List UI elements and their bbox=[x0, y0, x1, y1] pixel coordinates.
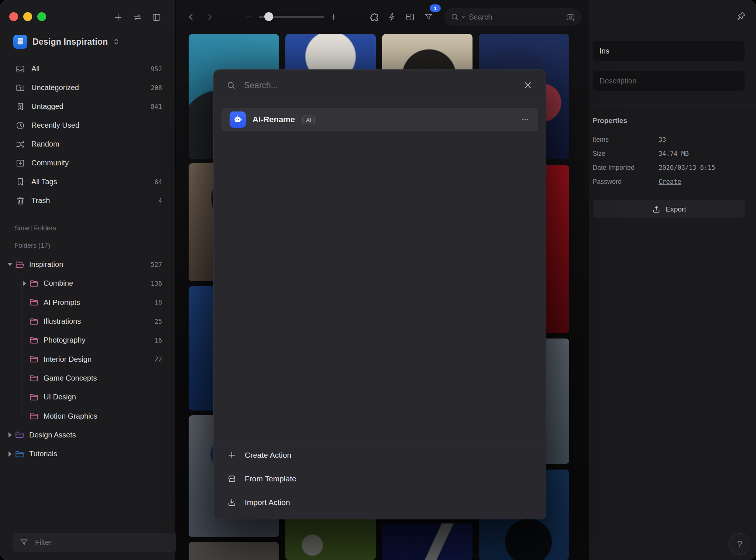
folder-game-concepts[interactable]: Game Concepts bbox=[0, 369, 175, 388]
pin-icon[interactable] bbox=[736, 11, 746, 21]
export-button[interactable]: Export bbox=[593, 200, 745, 218]
sidebar-item-community[interactable]: Community bbox=[0, 154, 175, 172]
sidebar-filter[interactable] bbox=[13, 533, 177, 552]
sidebar-item-trash[interactable]: Trash 4 bbox=[0, 191, 175, 210]
sidebar-item-random[interactable]: Random bbox=[0, 135, 175, 154]
name-field[interactable] bbox=[593, 41, 745, 61]
download-icon bbox=[227, 498, 237, 507]
folder-illustrations[interactable]: Illustrations 25 bbox=[0, 312, 175, 331]
toolbar-search[interactable] bbox=[444, 8, 581, 26]
robot-icon bbox=[230, 111, 246, 128]
more-options-icon[interactable] bbox=[520, 115, 530, 124]
folder-tree: Inspiration 527 Combine 136 AI Prompts 1… bbox=[0, 255, 175, 463]
action-item-ai-rename[interactable]: AI-Rename AI bbox=[221, 108, 538, 131]
smart-folders-section-label[interactable]: Smart Folders bbox=[14, 224, 56, 232]
panel-divider bbox=[592, 106, 756, 106]
storefront-icon bbox=[227, 474, 237, 484]
image-search-camera-icon[interactable] bbox=[566, 12, 575, 22]
chevron-right-icon[interactable] bbox=[5, 451, 15, 457]
sidebar-item-all[interactable]: All 952 bbox=[0, 59, 175, 78]
chevron-right-icon[interactable] bbox=[20, 281, 29, 286]
toggle-sidebar-icon[interactable] bbox=[151, 12, 162, 23]
folder-motion-graphics[interactable]: Motion Graphics bbox=[0, 406, 175, 425]
library-switcher[interactable]: Design Inspiration bbox=[13, 35, 119, 49]
layout-icon[interactable] bbox=[405, 12, 415, 22]
folder-icon bbox=[29, 411, 39, 421]
property-size: Size 34.74 MB bbox=[592, 150, 745, 159]
zoom-window-button[interactable] bbox=[37, 12, 46, 21]
library-icon bbox=[13, 35, 27, 49]
help-button[interactable]: ? bbox=[729, 533, 750, 555]
forward-icon[interactable] bbox=[205, 12, 215, 22]
chevron-down-icon[interactable] bbox=[5, 263, 15, 266]
ai-badge: AI bbox=[302, 116, 315, 124]
modal-search-row bbox=[214, 70, 546, 101]
sidebar: Design Inspiration All 952 Uncategorized… bbox=[0, 0, 176, 560]
sidebar-item-all-tags[interactable]: All Tags 84 bbox=[0, 172, 175, 191]
thumbnail-navy-clothing[interactable] bbox=[382, 523, 472, 560]
filter-count-badge: 1 bbox=[430, 4, 441, 12]
folders-section-label[interactable]: Folders (17) bbox=[14, 242, 50, 250]
folder-icon bbox=[29, 373, 39, 383]
trash-icon bbox=[16, 196, 25, 206]
app-window: Design Inspiration All 952 Uncategorized… bbox=[0, 0, 756, 560]
thumbnail-gray-portrait[interactable] bbox=[189, 542, 279, 560]
folder-ui-design[interactable]: UI Design bbox=[0, 388, 175, 406]
export-label: Export bbox=[666, 205, 686, 213]
filter-funnel-icon[interactable] bbox=[423, 12, 434, 22]
folder-question-icon bbox=[16, 83, 25, 93]
create-password-link[interactable]: Create bbox=[659, 178, 681, 188]
funnel-icon bbox=[20, 538, 28, 547]
folder-icon bbox=[29, 298, 39, 307]
sort-order-icon[interactable] bbox=[132, 12, 142, 23]
property-password: Password Create bbox=[592, 178, 745, 188]
folder-design-assets[interactable]: Design Assets bbox=[0, 426, 175, 444]
window-controls bbox=[9, 12, 46, 21]
folder-photography[interactable]: Photography 16 bbox=[0, 331, 175, 350]
folder-inspiration[interactable]: Inspiration 527 bbox=[0, 255, 175, 274]
description-field[interactable] bbox=[593, 71, 745, 91]
search-icon bbox=[450, 13, 459, 21]
open-folder-icon bbox=[15, 260, 24, 269]
plus-icon bbox=[227, 450, 237, 460]
sidebar-item-recently-used[interactable]: Recently Used bbox=[0, 116, 175, 135]
action-title: AI-Rename bbox=[252, 115, 295, 124]
folder-icon bbox=[29, 392, 39, 402]
minimize-window-button[interactable] bbox=[23, 12, 32, 21]
folder-combine[interactable]: Combine 136 bbox=[0, 274, 175, 293]
from-template-item[interactable]: From Template bbox=[214, 467, 546, 491]
chevron-right-icon[interactable] bbox=[5, 432, 15, 437]
import-action-item[interactable]: Import Action bbox=[214, 491, 546, 514]
search-scope-chevron-icon[interactable] bbox=[461, 15, 466, 19]
zoom-in-icon[interactable] bbox=[328, 12, 339, 22]
close-window-button[interactable] bbox=[9, 12, 18, 21]
actions-modal: AI-Rename AI Create Action From Template… bbox=[213, 69, 546, 519]
close-icon[interactable] bbox=[522, 80, 533, 91]
back-icon[interactable] bbox=[186, 12, 196, 22]
shuffle-icon bbox=[16, 140, 25, 149]
modal-search-input[interactable] bbox=[243, 80, 515, 91]
folder-icon bbox=[29, 317, 39, 326]
folder-icon bbox=[15, 449, 24, 459]
filter-input[interactable] bbox=[34, 538, 171, 547]
sidebar-item-untagged[interactable]: Untagged 841 bbox=[0, 97, 175, 116]
help-label: ? bbox=[737, 539, 742, 549]
slider-knob[interactable] bbox=[264, 12, 273, 21]
sidebar-nav: All 952 Uncategorized 208 Untagged 841 R… bbox=[0, 59, 175, 210]
property-items: Items 33 bbox=[592, 136, 745, 145]
search-input[interactable] bbox=[468, 13, 564, 22]
folder-interior-design[interactable]: Interior Design 22 bbox=[0, 350, 175, 368]
folder-ai-prompts[interactable]: AI Prompts 18 bbox=[0, 293, 175, 312]
folder-tutorials[interactable]: Tutorials bbox=[0, 444, 175, 463]
zoom-out-icon[interactable] bbox=[244, 12, 254, 22]
bookmark-icon bbox=[16, 177, 25, 187]
tag-question-icon bbox=[16, 102, 25, 111]
create-action-item[interactable]: Create Action bbox=[214, 443, 546, 467]
actions-bolt-icon[interactable] bbox=[387, 12, 397, 22]
modal-footer-menu: Create Action From Template Import Actio… bbox=[214, 441, 546, 514]
sidebar-item-uncategorized[interactable]: Uncategorized 208 bbox=[0, 78, 175, 97]
main-toolbar: 1 bbox=[176, 0, 589, 34]
add-icon[interactable] bbox=[113, 12, 123, 23]
plugins-icon[interactable] bbox=[369, 12, 379, 22]
search-icon bbox=[226, 80, 236, 90]
